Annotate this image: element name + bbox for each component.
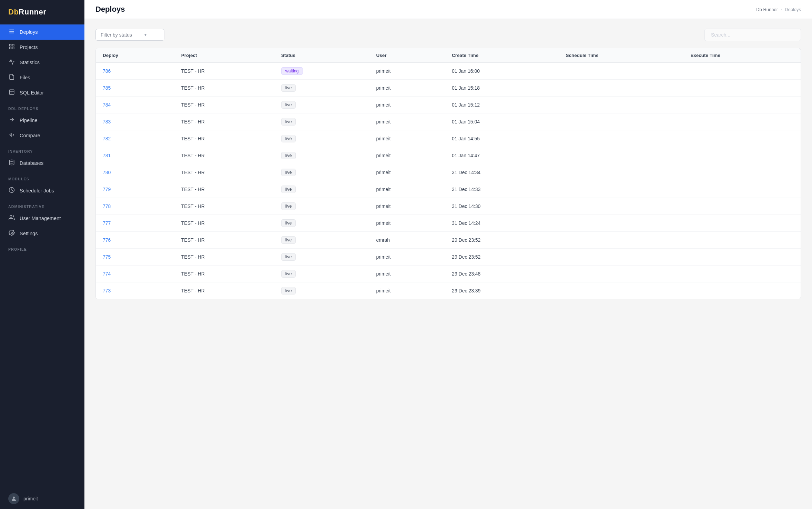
user-cell: primeit: [376, 271, 390, 277]
deploy-link[interactable]: 781: [103, 153, 111, 158]
sidebar-item-compare[interactable]: Compare: [0, 128, 84, 143]
svg-point-13: [10, 215, 12, 217]
svg-rect-6: [12, 47, 14, 49]
project-cell: TEST - HR: [181, 203, 205, 209]
user-cell: primeit: [376, 254, 390, 260]
deploy-link[interactable]: 777: [103, 220, 111, 226]
create-time-cell: 01 Jan 15:12: [452, 102, 480, 108]
topbar: Deploys Db Runner › Deploys: [84, 0, 812, 19]
sidebar-item-sql-editor[interactable]: SQL Editor: [0, 85, 84, 100]
sidebar-item-files[interactable]: Files: [0, 70, 84, 85]
table-row: 776TEST - HRliveemrah29 Dec 23:52: [96, 232, 801, 249]
breadcrumb-separator: ›: [781, 7, 782, 12]
create-time-cell: 01 Jan 16:00: [452, 68, 480, 74]
inventory-section-label: INVENTORY: [0, 143, 84, 156]
sidebar-item-deploys[interactable]: Deploys: [0, 24, 84, 40]
status-badge: waiting: [281, 67, 303, 75]
status-badge: live: [281, 84, 296, 92]
table-row: 777TEST - HRliveprimeit31 Dec 14:24: [96, 215, 801, 232]
breadcrumb: Db Runner › Deploys: [756, 7, 801, 12]
table-header: DeployProjectStatusUserCreate TimeSchedu…: [96, 48, 801, 63]
compare-icon: [8, 132, 15, 139]
status-badge: live: [281, 152, 296, 159]
deploy-link[interactable]: 776: [103, 237, 111, 243]
deploy-link[interactable]: 773: [103, 288, 111, 293]
sidebar-item-pipeline[interactable]: Pipeline: [0, 113, 84, 128]
pipeline-icon: [8, 117, 15, 124]
deploy-link[interactable]: 783: [103, 119, 111, 124]
table-row: 778TEST - HRliveprimeit31 Dec 14:30: [96, 198, 801, 215]
statistics-icon: [8, 59, 15, 66]
sidebar-item-user-management[interactable]: User Management: [0, 211, 84, 226]
user-cell: primeit: [376, 220, 390, 226]
create-time-cell: 29 Dec 23:52: [452, 254, 480, 260]
admin-section-label: ADMINISTRATIVE: [0, 198, 84, 211]
settings-icon: [8, 230, 15, 237]
deploy-link[interactable]: 782: [103, 136, 111, 141]
status-badge: live: [281, 186, 296, 193]
svg-rect-7: [9, 90, 14, 94]
deploy-link[interactable]: 784: [103, 102, 111, 108]
svg-rect-4: [12, 44, 14, 46]
logo-runner: Runner: [19, 8, 46, 16]
status-badge: live: [281, 253, 296, 261]
table-row: 774TEST - HRliveprimeit29 Dec 23:48: [96, 266, 801, 282]
breadcrumb-current: Deploys: [785, 7, 801, 12]
project-cell: TEST - HR: [181, 220, 205, 226]
search-input[interactable]: [704, 29, 801, 41]
deploy-link[interactable]: 774: [103, 271, 111, 277]
table-row: 784TEST - HRliveprimeit01 Jan 15:12: [96, 97, 801, 113]
user-cell: primeit: [376, 288, 390, 293]
create-time-cell: 01 Jan 15:18: [452, 85, 480, 91]
create-time-cell: 31 Dec 14:30: [452, 203, 480, 209]
sidebar-item-statistics[interactable]: Statistics: [0, 55, 84, 70]
sidebar-item-projects[interactable]: Projects: [0, 40, 84, 55]
profile-area: primeit: [0, 488, 84, 509]
status-badge: live: [281, 135, 296, 142]
deploys-icon: [8, 28, 15, 36]
sidebar-label-scheduler-jobs: Scheduler Jobs: [20, 188, 54, 193]
create-time-cell: 01 Jan 14:55: [452, 136, 480, 141]
search-wrapper: [704, 29, 801, 41]
create-time-cell: 29 Dec 23:52: [452, 237, 480, 243]
deploy-link[interactable]: 780: [103, 170, 111, 175]
toolbar: Filter by status ▾: [95, 29, 801, 41]
projects-icon: [8, 43, 15, 51]
sidebar: DbRunner Deploys Projects Statistics Fil…: [0, 0, 84, 509]
table-row: 786TEST - HRwaitingprimeit01 Jan 16:00: [96, 63, 801, 80]
svg-point-14: [11, 232, 13, 234]
project-cell: TEST - HR: [181, 187, 205, 192]
user-cell: primeit: [376, 136, 390, 141]
user-cell: primeit: [376, 153, 390, 158]
deploy-link[interactable]: 779: [103, 187, 111, 192]
deploy-link[interactable]: 785: [103, 85, 111, 91]
sidebar-label-settings: Settings: [20, 231, 38, 236]
profile-username: primeit: [23, 496, 38, 501]
table-row: 780TEST - HRliveprimeit31 Dec 14:34: [96, 164, 801, 181]
table-row: 775TEST - HRliveprimeit29 Dec 23:52: [96, 249, 801, 266]
sidebar-label-user-management: User Management: [20, 216, 61, 221]
profile-section-label: PROFILE: [0, 241, 84, 253]
sidebar-label-sql-editor: SQL Editor: [20, 90, 44, 96]
sidebar-item-settings[interactable]: Settings: [0, 226, 84, 241]
deploy-link[interactable]: 778: [103, 203, 111, 209]
table-row: 781TEST - HRliveprimeit01 Jan 14:47: [96, 147, 801, 164]
svg-point-11: [9, 160, 14, 162]
col-header-create-time: Create Time: [445, 48, 559, 63]
project-cell: TEST - HR: [181, 136, 205, 141]
sidebar-item-databases[interactable]: Databases: [0, 156, 84, 171]
status-badge: live: [281, 236, 296, 244]
sidebar-label-projects: Projects: [20, 44, 38, 50]
deploys-table: DeployProjectStatusUserCreate TimeSchedu…: [96, 48, 801, 299]
sidebar-label-compare: Compare: [20, 133, 40, 138]
table-row: 785TEST - HRliveprimeit01 Jan 15:18: [96, 80, 801, 97]
sidebar-item-scheduler-jobs[interactable]: Scheduler Jobs: [0, 183, 84, 198]
deploy-link[interactable]: 786: [103, 68, 111, 74]
user-cell: primeit: [376, 102, 390, 108]
svg-rect-3: [9, 44, 11, 46]
deploy-link[interactable]: 775: [103, 254, 111, 260]
sidebar-label-databases: Databases: [20, 160, 43, 166]
sidebar-label-pipeline: Pipeline: [20, 118, 38, 123]
page-title: Deploys: [95, 5, 125, 14]
filter-by-status-dropdown[interactable]: Filter by status ▾: [95, 29, 164, 41]
